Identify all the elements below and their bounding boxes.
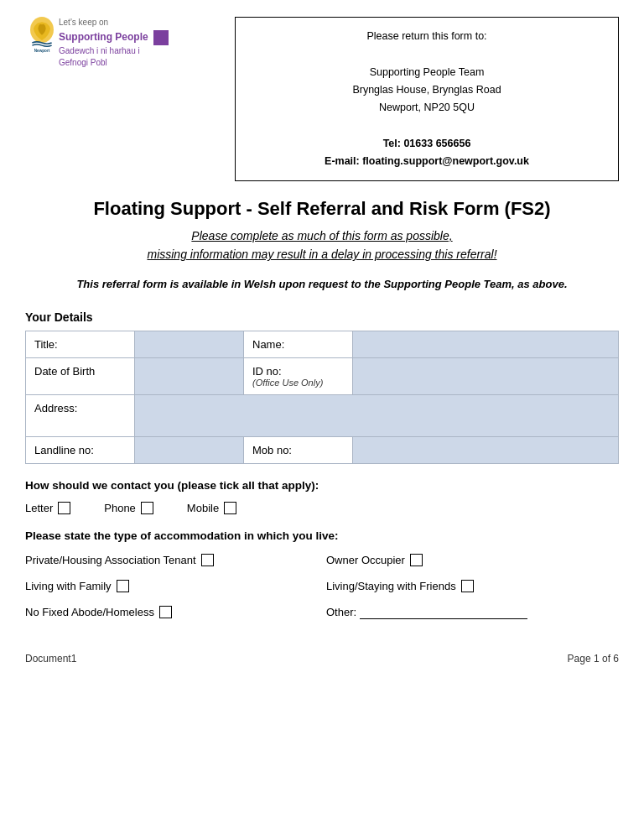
contact-mobile-label: Mobile	[187, 502, 219, 514]
welsh-note: This referral form is available in Welsh…	[25, 276, 619, 294]
accommodation-homeless-item: No Fixed Abode/Homeless	[25, 606, 318, 619]
subtitle-line2: missing information may result in a dela…	[147, 248, 496, 261]
footer-doc-name: Document1	[25, 653, 76, 665]
your-details-title: Your Details	[25, 310, 619, 324]
contact-phone-checkbox[interactable]	[141, 502, 153, 514]
address-label: Address:	[26, 394, 135, 436]
return-address-line1: Brynglas House, Brynglas Road	[252, 81, 601, 99]
title-label: Title:	[26, 331, 135, 357]
newport-logo-icon: Newport	[25, 17, 59, 55]
mob-label: Mob no:	[244, 436, 353, 463]
title-input-cell[interactable]	[135, 331, 244, 357]
accommodation-private-item: Private/Housing Association Tenant	[25, 554, 318, 566]
logo-square-icon	[153, 30, 169, 45]
contact-mobile-checkbox[interactable]	[224, 502, 236, 514]
accommodation-grid: Private/Housing Association Tenant Owner…	[25, 554, 619, 619]
return-tel: Tel: 01633 656656	[252, 135, 601, 153]
id-label-cell: ID no: (Office Use Only)	[244, 357, 353, 394]
logo-gadewch: Gadewch i ni harhau i	[59, 45, 169, 57]
return-address-line2: Newport, NP20 5QU	[252, 99, 601, 117]
accommodation-friends-label: Living/Staying with Friends	[326, 580, 456, 592]
id-input-cell[interactable]	[353, 357, 619, 394]
dob-input-cell[interactable]	[135, 357, 244, 394]
contact-phone-item: Phone	[104, 502, 153, 514]
logo-area: Newport Let's keep on Supporting People …	[25, 17, 210, 69]
contact-question: How should we contact you (please tick a…	[25, 479, 619, 492]
contact-letter-item: Letter	[25, 502, 70, 514]
table-row-phone: Landline no: Mob no:	[26, 436, 619, 463]
accommodation-family-item: Living with Family	[25, 580, 318, 592]
accommodation-other-label: Other:	[326, 606, 356, 618]
table-row-dob-id: Date of Birth ID no: (Office Use Only)	[26, 357, 619, 394]
logo-supporting: Supporting People	[59, 30, 148, 44]
svg-text:Newport: Newport	[34, 49, 50, 53]
page-header: Newport Let's keep on Supporting People …	[25, 17, 619, 181]
accommodation-friends-item: Living/Staying with Friends	[326, 580, 619, 592]
accommodation-question: Please state the type of accommodation i…	[25, 529, 619, 542]
name-input-cell[interactable]	[353, 331, 619, 357]
address-input-cell[interactable]	[135, 394, 619, 436]
accommodation-family-checkbox[interactable]	[117, 580, 129, 592]
accommodation-owner-label: Owner Occupier	[326, 554, 405, 566]
subtitle-line1: Please complete as much of this form as …	[191, 229, 452, 242]
accommodation-family-label: Living with Family	[25, 580, 112, 592]
return-address-box: Please return this form to: Supporting P…	[235, 17, 619, 181]
accommodation-homeless-checkbox[interactable]	[159, 606, 172, 618]
page-footer: Document1 Page 1 of 6	[25, 653, 619, 665]
accommodation-friends-checkbox[interactable]	[461, 580, 474, 592]
return-org: Supporting People Team	[252, 64, 601, 81]
id-label: ID no:	[252, 365, 344, 378]
return-email: E-mail: floating.support@newport.gov.uk	[252, 153, 601, 170]
accommodation-private-label: Private/Housing Association Tenant	[25, 554, 196, 566]
id-note: (Office Use Only)	[252, 378, 344, 388]
contact-section: How should we contact you (please tick a…	[25, 479, 619, 514]
landline-input-cell[interactable]	[135, 436, 244, 463]
accommodation-owner-item: Owner Occupier	[326, 554, 619, 566]
contact-phone-label: Phone	[104, 502, 136, 514]
dob-label: Date of Birth	[26, 357, 135, 394]
accommodation-owner-checkbox[interactable]	[410, 554, 423, 566]
table-row-address: Address:	[26, 394, 619, 436]
name-label: Name:	[244, 331, 353, 357]
logo-lets-keep: Let's keep on	[59, 17, 169, 29]
mob-input-cell[interactable]	[353, 436, 619, 463]
your-details-table: Title: Name: Date of Birth ID no: (Offic…	[25, 331, 619, 464]
page-title-section: Floating Support - Self Referral and Ris…	[25, 198, 619, 294]
accommodation-section: Please state the type of accommodation i…	[25, 529, 619, 619]
logo-text: Let's keep on Supporting People Gadewch …	[59, 17, 169, 69]
accommodation-other-underline	[360, 606, 527, 619]
accommodation-other-item: Other:	[326, 606, 619, 619]
contact-letter-label: Letter	[25, 502, 53, 514]
page-title: Floating Support - Self Referral and Ris…	[25, 198, 619, 220]
landline-label: Landline no:	[26, 436, 135, 463]
logo-gefnogi: Gefnogi Pobl	[59, 57, 169, 69]
return-title: Please return this form to:	[252, 28, 601, 45]
footer-page-info: Page 1 of 6	[568, 653, 619, 665]
contact-letter-checkbox[interactable]	[58, 502, 70, 514]
contact-checkboxes: Letter Phone Mobile	[25, 502, 619, 514]
accommodation-homeless-label: No Fixed Abode/Homeless	[25, 606, 154, 618]
table-row-title-name: Title: Name:	[26, 331, 619, 357]
contact-mobile-item: Mobile	[187, 502, 236, 514]
accommodation-private-checkbox[interactable]	[201, 554, 214, 566]
subtitle: Please complete as much of this form as …	[25, 227, 619, 264]
